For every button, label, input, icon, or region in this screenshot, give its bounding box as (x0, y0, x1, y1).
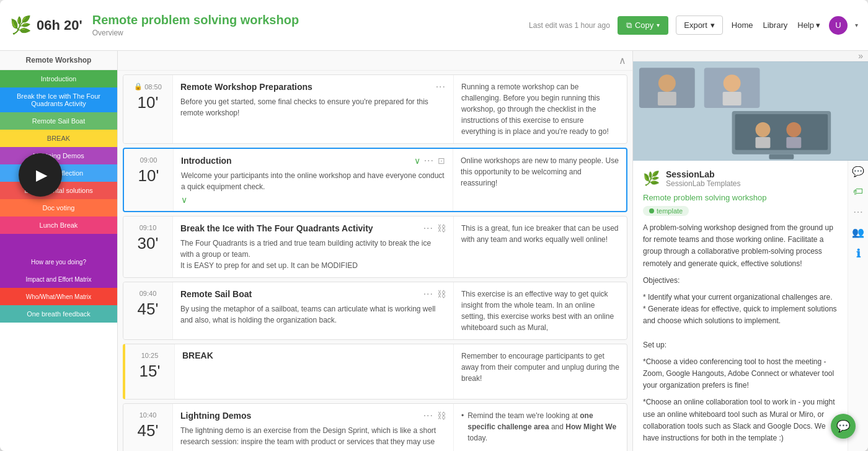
description-main: A problem-solving workshop designed from… (643, 222, 838, 270)
sidebar-item-doc-voting[interactable]: Doc voting (0, 199, 117, 217)
notes-col-preparations: Running a remote workshop can be challen… (453, 75, 627, 143)
svg-rect-13 (769, 154, 794, 159)
more-options-introduction[interactable]: ··· (424, 155, 434, 166)
copy-icon: ⧉ (626, 20, 632, 30)
tag-icon[interactable]: 🏷 (853, 186, 863, 197)
activity-header-preparations: Remote Workshop Preparations ··· (180, 81, 446, 92)
notes-col-lightning: • Remind the team we're looking at one s… (453, 404, 627, 451)
session-block-sail-boat: 09:40 45' Remote Sail Boat ··· ⛓ By usin… (123, 282, 627, 340)
objectives-list: Identify what your current organizationa… (643, 292, 838, 328)
link-lightning-icon[interactable]: ⛓ (437, 411, 446, 421)
activity-title-break: BREAK (182, 351, 213, 360)
right-panel-header: » (633, 51, 868, 61)
template-badge-label: template (657, 207, 683, 215)
home-link[interactable]: Home (730, 18, 755, 32)
activity-desc-introduction: Welcome your participants into the onlin… (181, 170, 445, 192)
session-block-preparations: 🔒 08:50 10' Remote Workshop Preparations… (123, 74, 627, 144)
template-badge-dot (649, 208, 654, 213)
sidebar: Remote Workshop Introduction Break the I… (0, 51, 118, 451)
time-col-preparations: 🔒 08:50 10' (123, 75, 173, 143)
last-edit-text: Last edit was 1 hour ago (529, 21, 610, 30)
content-col-four-quadrants: Break the Ice with The Four Quadrants Ac… (173, 217, 453, 277)
export-button[interactable]: Export ▾ (676, 16, 723, 35)
notes-col-four-quadrants: This is a great, fun ice breaker that ca… (453, 217, 627, 277)
header-title-area: Remote problem solving workshop Overview (92, 13, 519, 37)
chat-widget[interactable]: 💬 (831, 414, 856, 439)
comments-icon[interactable]: 💬 (852, 166, 864, 177)
svg-rect-6 (786, 137, 801, 148)
publisher-logo-icon: 🌿 (643, 171, 660, 187)
time-display: 06h 20' (37, 17, 82, 33)
collapse-introduction-icon[interactable]: ∨ (181, 195, 445, 205)
svg-rect-2 (735, 114, 828, 150)
sidebar-item-sail-boat[interactable]: Remote Sail Boat (0, 112, 117, 130)
session-start-lightning: 10:40 (140, 411, 157, 419)
session-start-introduction: 09:00 (140, 156, 157, 164)
activity-title-lightning: Lightning Demos (180, 411, 251, 421)
more-options-sail-boat[interactable]: ··· (423, 288, 433, 300)
activity-title-four-quadrants: Break the Ice with The Four Quadrants Ac… (180, 223, 373, 233)
people-icon[interactable]: 👥 (852, 226, 864, 238)
main-content: Remote Workshop Introduction Break the I… (0, 51, 868, 451)
play-button[interactable]: ▶ (19, 153, 62, 197)
logo-area: 🌿 06h 20' (10, 15, 82, 35)
more-options-lightning[interactable]: ··· (423, 410, 433, 421)
info-icon[interactable]: ℹ (856, 247, 861, 261)
template-badge: template (643, 206, 689, 216)
right-panel-expand-btn[interactable]: » (858, 51, 863, 61)
notes-col-introduction: Online workshops are new to many people.… (453, 149, 626, 211)
sidebar-item-effort[interactable]: Impact and Effort Matrix (0, 270, 117, 288)
user-dropdown-icon[interactable]: ▾ (855, 22, 858, 29)
template-link[interactable]: Remote problem solving workshop (643, 193, 838, 202)
activity-title-preparations: Remote Workshop Preparations (180, 82, 312, 92)
time-col-four-quadrants: 09:10 30' (123, 217, 173, 277)
sidebar-item-lightning[interactable]: Lightning Demos (0, 147, 117, 164)
activity-meta-preparations: ··· (436, 81, 446, 92)
activity-title-introduction: Introduction (181, 156, 232, 166)
link-four-quadrants-icon[interactable]: ⛓ (437, 223, 446, 233)
sidebar-item-who[interactable]: Who/What/When Matrix (0, 288, 117, 305)
session-start-four-quadrants: 09:10 (140, 224, 157, 231)
sidebar-item-break[interactable]: BREAK (0, 130, 117, 147)
notes-col-sail-boat: This exercise is an effective way to get… (453, 282, 627, 339)
session-duration-introduction: 10' (138, 166, 159, 185)
publisher-row: 🌿 SessionLab SessionLab Templates (643, 169, 838, 188)
time-col-introduction: 09:00 10' (124, 149, 174, 211)
bullet-item-lightning: • Remind the team we're looking at one s… (461, 410, 619, 444)
sidebar-item-introduction[interactable]: Introduction (0, 70, 117, 87)
right-panel-content: 🌿 SessionLab SessionLab Templates Remote… (633, 161, 848, 451)
collapse-panel-button[interactable]: ∧ (619, 55, 626, 66)
sidebar-item-one-breath[interactable]: One breath feedback (0, 305, 117, 323)
center-panel: ∧ 🔒 08:50 10' Remote Workshop Preparatio… (118, 51, 632, 451)
sidebar-item-four-quadrants[interactable]: Break the Ice with The Four Quadrants Ac… (0, 87, 117, 112)
sidebar-item-lunch[interactable]: Lunch Break (0, 217, 117, 234)
setup-2: *Choose an online collaboration tool to … (643, 396, 838, 444)
library-link[interactable]: Library (762, 18, 789, 32)
help-link[interactable]: Help ▾ (796, 18, 822, 32)
expand-introduction-btn[interactable]: ∨ (414, 156, 420, 166)
more-options-four-quadrants[interactable]: ··· (423, 223, 433, 234)
session-block-four-quadrants: 09:10 30' Break the Ice with The Four Qu… (123, 216, 627, 278)
copy-button[interactable]: ⧉ Copy ▾ (618, 16, 668, 35)
activity-desc-preparations: Before you get started, some final check… (180, 96, 446, 118)
help-chevron-icon: ▾ (816, 20, 820, 30)
app-header: 🌿 06h 20' Remote problem solving worksho… (0, 0, 868, 51)
chat-icon: 💬 (836, 419, 850, 433)
more-side-icon[interactable]: ⋯ (853, 206, 863, 218)
more-options-preparations[interactable]: ··· (436, 81, 446, 92)
link-sail-boat-icon[interactable]: ⛓ (437, 289, 446, 299)
sidebar-item-doing[interactable]: How are you doing? (0, 234, 117, 270)
svg-point-5 (786, 122, 801, 137)
session-block-lightning: 10:40 45' Lightning Demos ··· ⛓ The ligh… (123, 403, 627, 451)
content-col-break: BREAK (175, 344, 453, 399)
svg-point-8 (658, 74, 676, 92)
link-introduction-icon[interactable]: ⊡ (438, 156, 445, 166)
objectives-title: Objectives: (643, 275, 838, 287)
user-avatar[interactable]: U (829, 16, 848, 35)
setup-title: Set up: (643, 339, 838, 351)
time-col-lightning: 10:40 45' (123, 404, 173, 451)
activity-meta-introduction: ∨ ··· ⊡ (414, 155, 445, 166)
objective-1: Identify what your current organizationa… (643, 292, 838, 303)
logo-icon: 🌿 (10, 15, 32, 35)
content-col-preparations: Remote Workshop Preparations ··· Before … (173, 75, 453, 143)
